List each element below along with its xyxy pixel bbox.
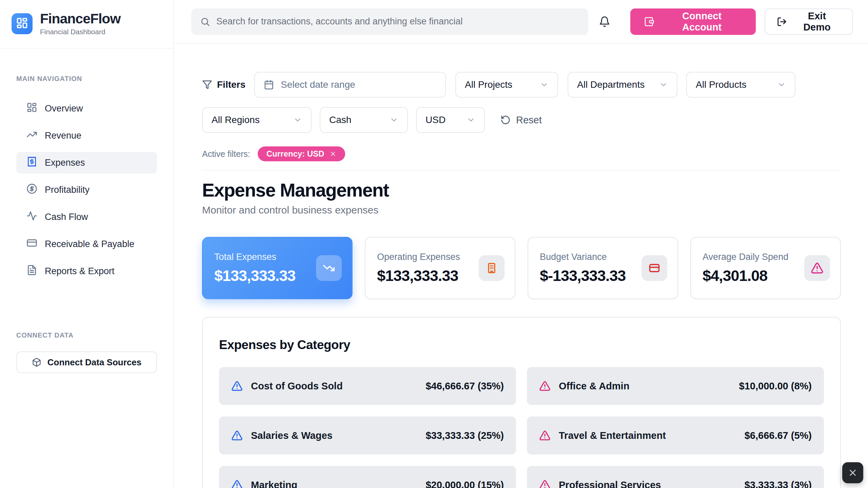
page-content: Filters Select date range All Projects A…	[174, 43, 868, 488]
page-title: Expense Management	[202, 179, 841, 201]
filters-row-1: Filters Select date range All Projects A…	[202, 72, 841, 98]
calendar-icon	[264, 80, 274, 90]
category-name: Professional Services	[559, 480, 661, 488]
x-icon	[848, 468, 858, 478]
exit-demo-label: Exit Demo	[793, 11, 841, 33]
sidebar-item-label: Reports & Export	[45, 266, 115, 277]
main-area: Connect Account Exit Demo Filters Select…	[174, 0, 868, 488]
sidebar-item-label: Revenue	[45, 130, 81, 141]
credit-card-icon	[648, 262, 660, 274]
close-overlay-button[interactable]	[842, 462, 863, 483]
sidebar-item-label: Profitability	[45, 185, 90, 195]
stat-icon-chip	[316, 255, 342, 281]
section-divider	[202, 170, 841, 170]
sidebar-item-reports-export[interactable]: Reports & Export	[16, 260, 157, 282]
alert-triangle-icon	[231, 380, 243, 392]
category-name: Travel & Entertainment	[559, 430, 666, 441]
notifications-button[interactable]	[596, 14, 613, 30]
filters-label: Filters	[217, 79, 245, 90]
category-name: Cost of Goods Sold	[251, 381, 343, 392]
currency-select[interactable]: USD	[416, 107, 485, 133]
accounting-basis-select[interactable]: Cash	[320, 107, 408, 133]
stat-value: $4,301.08	[703, 267, 788, 285]
category-value: $46,666.67 (35%)	[426, 381, 504, 392]
category-name: Salaries & Wages	[251, 430, 333, 441]
connect-account-button[interactable]: Connect Account	[630, 8, 756, 35]
chevron-down-icon	[777, 80, 786, 89]
stat-label: Budget Variance	[540, 252, 626, 262]
projects-select-value: All Projects	[465, 79, 512, 90]
stat-label: Total Expenses	[214, 252, 295, 262]
connect-data-sources-button[interactable]: Connect Data Sources	[16, 351, 157, 373]
exit-demo-button[interactable]: Exit Demo	[765, 8, 853, 35]
alert-triangle-icon	[539, 430, 551, 441]
sidebar-item-expenses[interactable]: Expenses	[16, 152, 157, 174]
products-select[interactable]: All Products	[686, 72, 795, 98]
sidebar-item-revenue[interactable]: Revenue	[16, 125, 157, 146]
layout-dashboard-icon	[16, 17, 28, 30]
stat-card-budget-variance[interactable]: Budget Variance $-133,333.33	[528, 237, 678, 299]
sidebar-item-profitability[interactable]: Profitability	[16, 179, 157, 201]
activity-icon	[26, 210, 37, 224]
stat-icon-chip	[479, 255, 505, 281]
connect-account-label: Connect Account	[662, 11, 742, 33]
brand: FinanceFlow Financial Dashboard	[0, 0, 173, 48]
search-input[interactable]	[216, 16, 579, 27]
expenses-by-category-panel: Expenses by Category Cost of Goods Sold …	[202, 317, 841, 488]
app-title: FinanceFlow	[40, 11, 120, 26]
stat-card-total-expenses[interactable]: Total Expenses $133,333.33	[202, 237, 353, 299]
regions-select[interactable]: All Regions	[202, 107, 312, 133]
category-value: $6,666.67 (5%)	[745, 430, 812, 441]
alert-triangle-icon	[539, 380, 551, 392]
reset-filters-button[interactable]: Reset	[500, 115, 542, 126]
connect-data-sources-label: Connect Data Sources	[47, 357, 141, 368]
projects-select[interactable]: All Projects	[455, 72, 558, 98]
category-list: Cost of Goods Sold $46,666.67 (35%) Offi…	[219, 367, 824, 488]
date-range-input[interactable]: Select date range	[254, 72, 446, 98]
chevron-down-icon	[293, 116, 302, 124]
sidebar-item-receivable-payable[interactable]: Receivable & Payable	[16, 233, 157, 255]
stat-value: $133,333.33	[377, 267, 460, 285]
departments-select[interactable]: All Departments	[568, 72, 677, 98]
regions-select-value: All Regions	[212, 115, 260, 125]
accounting-basis-value: Cash	[329, 115, 351, 125]
sidebar-item-label: Receivable & Payable	[45, 239, 134, 249]
page-subtitle: Monitor and control business expenses	[202, 204, 841, 216]
sidebar-item-label: Expenses	[45, 158, 85, 168]
category-value: $10,000.00 (8%)	[739, 381, 812, 392]
app-tagline: Financial Dashboard	[40, 28, 120, 36]
sidebar-item-cash-flow[interactable]: Cash Flow	[16, 206, 157, 228]
search-icon	[200, 17, 210, 27]
currency-select-value: USD	[426, 115, 446, 125]
connect-data-section: CONNECT DATA Connect Data Sources	[16, 331, 157, 373]
category-name: Marketing	[251, 480, 297, 488]
sidebar-item-overview[interactable]: Overview	[16, 98, 157, 119]
filters-title: Filters	[202, 79, 245, 90]
remove-filter-button[interactable]	[330, 150, 336, 157]
file-text-icon	[26, 265, 37, 278]
category-row-office-admin: Office & Admin $10,000.00 (8%)	[527, 367, 824, 405]
stat-icon-chip	[642, 255, 667, 281]
stat-card-operating-expenses[interactable]: Operating Expenses $133,333.33	[365, 237, 515, 299]
chevron-down-icon	[659, 80, 668, 89]
funnel-icon	[202, 80, 212, 90]
category-row-cost-of-goods-sold: Cost of Goods Sold $46,666.67 (35%)	[219, 367, 516, 405]
chevron-down-icon	[390, 116, 398, 124]
sidebar-item-label: Overview	[45, 103, 83, 114]
stat-label: Operating Expenses	[377, 252, 460, 262]
main-navigation: Overview Revenue Expenses Profitability …	[16, 98, 157, 282]
search-bar	[191, 8, 588, 35]
alert-triangle-icon	[231, 430, 243, 441]
alert-triangle-icon	[231, 479, 243, 488]
app-logo	[12, 13, 33, 34]
filters-row-2: All Regions Cash USD Reset	[202, 107, 841, 133]
active-filter-chip: Currency: USD	[258, 146, 346, 161]
active-filters-label: Active filters:	[202, 149, 250, 159]
stat-card-average-daily-spend[interactable]: Average Daily Spend $4,301.08	[690, 237, 841, 299]
sidebar: FinanceFlow Financial Dashboard MAIN NAV…	[0, 0, 174, 488]
products-select-value: All Products	[696, 79, 746, 90]
chevron-down-icon	[540, 80, 549, 89]
category-row-travel-entertainment: Travel & Entertainment $6,666.67 (5%)	[527, 416, 824, 454]
connect-data-label: CONNECT DATA	[16, 331, 157, 339]
brand-text: FinanceFlow Financial Dashboard	[40, 11, 120, 36]
